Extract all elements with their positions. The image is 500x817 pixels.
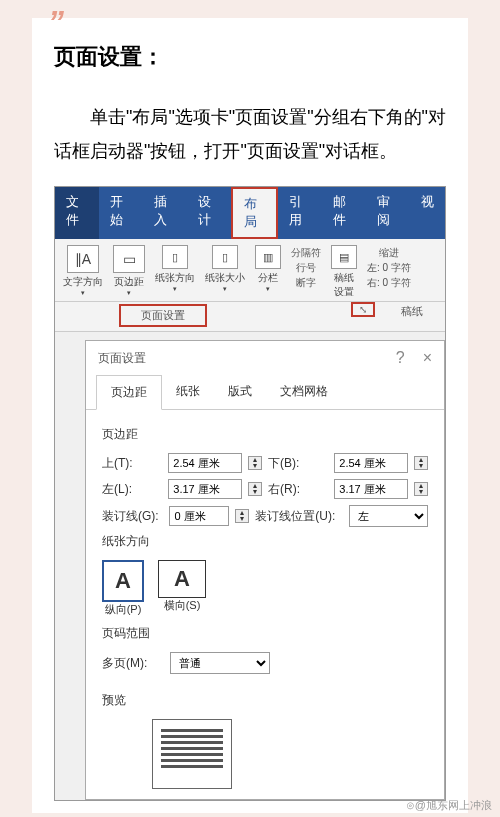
tab-file[interactable]: 文件 <box>55 187 99 239</box>
size-label: 纸张大小 <box>205 272 245 283</box>
bottom-input[interactable] <box>334 453 408 473</box>
bottom-label: 下(B): <box>268 455 328 472</box>
indent-left[interactable]: 左: 0 字符 <box>367 260 411 275</box>
dialog-title-text: 页面设置 <box>98 350 146 367</box>
columns-label: 分栏 <box>258 272 278 283</box>
gutter-label: 装订线(G): <box>102 508 163 525</box>
tool-breaks[interactable]: 分隔符 <box>291 245 321 260</box>
tab-design[interactable]: 设计 <box>187 187 231 239</box>
tool-line-numbers[interactable]: 行号 <box>291 260 321 275</box>
right-spinner[interactable]: ▴▾ <box>414 482 428 496</box>
right-label: 右(R): <box>268 481 328 498</box>
watermark: ⊙@旭东网上冲浪 <box>406 798 492 813</box>
manuscript-label: 稿纸 设置 <box>334 272 354 297</box>
page-setup-group: 页面设置 <box>119 304 207 327</box>
tool-extras: 分隔符 行号 断字 <box>287 245 325 299</box>
tool-margins[interactable]: ▭ 页边距▾ <box>109 245 149 299</box>
page-setup-dialog: 页面设置 ? × 页边距 纸张 版式 文档网格 页边距 上(T): ▴▾ 下(B… <box>85 340 445 800</box>
preview-section: 预览 <box>102 692 428 709</box>
left-spinner[interactable]: ▴▾ <box>248 482 262 496</box>
indent-label: 缩进 <box>367 245 411 260</box>
dtab-grid[interactable]: 文档网格 <box>266 375 342 409</box>
dialog-tabs: 页边距 纸张 版式 文档网格 <box>86 375 444 410</box>
portrait-option[interactable]: A 纵向(P) <box>102 560 144 617</box>
tool-orientation[interactable]: ▯ 纸张方向▾ <box>151 245 199 299</box>
tab-review[interactable]: 审阅 <box>366 187 410 239</box>
dtab-layout[interactable]: 版式 <box>214 375 266 409</box>
dialog-body: 页边距 上(T): ▴▾ 下(B): ▴▾ 左(L): ▴▾ 右(R): ▴▾ <box>86 410 444 799</box>
right-input[interactable] <box>334 479 408 499</box>
word-screenshot: 文件 开始 插入 设计 布局 引用 邮件 审阅 视 ∥A 文字方向▾ ▭ 页边距… <box>54 186 446 801</box>
top-label: 上(T): <box>102 455 162 472</box>
tab-home[interactable]: 开始 <box>99 187 143 239</box>
gutterpos-label: 装订线位置(U): <box>255 508 342 525</box>
tab-view[interactable]: 视 <box>410 187 445 239</box>
tool-columns[interactable]: ▥ 分栏▾ <box>251 245 285 299</box>
portrait-icon: A <box>102 560 144 602</box>
tool-hyphenation[interactable]: 断字 <box>291 275 321 290</box>
dialog-titlebar: 页面设置 ? × <box>86 341 444 375</box>
left-label: 左(L): <box>102 481 162 498</box>
indent-right[interactable]: 右: 0 字符 <box>367 275 411 290</box>
multipage-label: 多页(M): <box>102 655 164 672</box>
help-icon[interactable]: ? <box>396 349 405 367</box>
margins-section: 页边距 <box>102 426 428 443</box>
left-input[interactable] <box>168 479 242 499</box>
landscape-option[interactable]: A 横向(S) <box>158 560 206 617</box>
manuscript-group: 稿纸 <box>401 304 423 319</box>
ribbon-group-bar: 页面设置 ⤡ 稿纸 <box>55 302 445 332</box>
landscape-icon: A <box>158 560 206 598</box>
portrait-label: 纵向(P) <box>105 603 142 615</box>
multipage-select[interactable]: 普通 <box>170 652 270 674</box>
bottom-spinner[interactable]: ▴▾ <box>414 456 428 470</box>
tool-text-direction[interactable]: ∥A 文字方向▾ <box>59 245 107 299</box>
top-input[interactable] <box>168 453 242 473</box>
tab-layout[interactable]: 布局 <box>231 187 279 239</box>
gutter-input[interactable] <box>169 506 229 526</box>
tab-insert[interactable]: 插入 <box>143 187 187 239</box>
article-card: 页面设置： 单击"布局"选项卡"页面设置"分组右下角的"对话框启动器"按钮，打开… <box>32 18 468 813</box>
ribbon-tabs: 文件 开始 插入 设计 布局 引用 邮件 审阅 视 <box>55 187 445 239</box>
top-spinner[interactable]: ▴▾ <box>248 456 262 470</box>
tool-manuscript[interactable]: ▤ 稿纸 设置 <box>327 245 361 299</box>
text-direction-label: 文字方向 <box>63 276 103 287</box>
landscape-label: 横向(S) <box>164 599 201 611</box>
orientation-label: 纸张方向 <box>155 272 195 283</box>
gutter-spinner[interactable]: ▴▾ <box>235 509 249 523</box>
quote-decoration: ” <box>48 4 60 41</box>
article-text: 单击"布局"选项卡"页面设置"分组右下角的"对话框启动器"按钮，打开"页面设置"… <box>54 100 446 168</box>
pages-section: 页码范围 <box>102 625 428 642</box>
gutterpos-select[interactable]: 左 <box>349 505 428 527</box>
tab-mail[interactable]: 邮件 <box>322 187 366 239</box>
margins-label: 页边距 <box>114 276 144 287</box>
article-title: 页面设置： <box>54 42 446 72</box>
tool-size[interactable]: ▯ 纸张大小▾ <box>201 245 249 299</box>
tab-references[interactable]: 引用 <box>278 187 322 239</box>
dialog-launcher[interactable]: ⤡ <box>351 302 375 317</box>
orientation-section: 纸张方向 <box>102 533 428 550</box>
dtab-paper[interactable]: 纸张 <box>162 375 214 409</box>
dtab-margins[interactable]: 页边距 <box>96 375 162 410</box>
close-icon[interactable]: × <box>423 349 432 367</box>
ribbon-toolbar: ∥A 文字方向▾ ▭ 页边距▾ ▯ 纸张方向▾ ▯ 纸张大小▾ ▥ 分栏▾ 分隔… <box>55 239 445 302</box>
preview-thumbnail <box>152 719 232 789</box>
tool-indent: 缩进 左: 0 字符 右: 0 字符 <box>363 245 415 299</box>
